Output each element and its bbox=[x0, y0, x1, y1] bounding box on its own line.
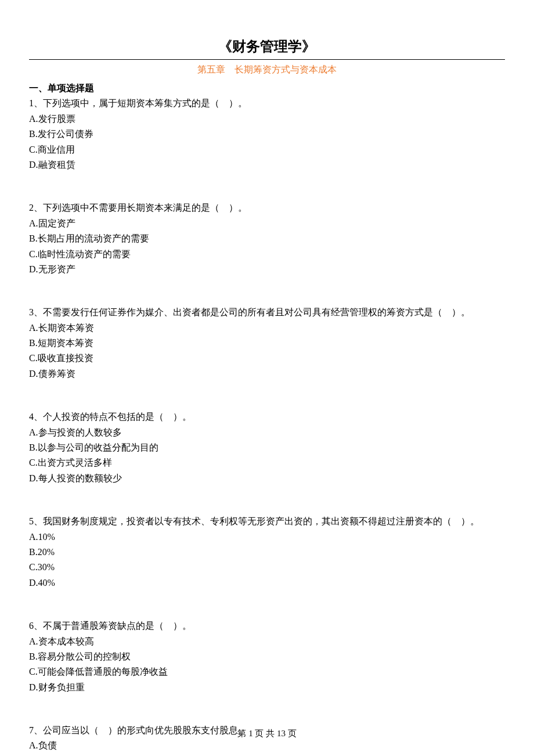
question-block: 4、个人投资的特点不包括的是（ ）。 A.参与投资的人数较多 B.以参与公司的收… bbox=[29, 409, 505, 486]
question-option: C.吸收直接投资 bbox=[29, 351, 505, 366]
question-block: 6、不属于普通股筹资缺点的是（ ）。 A.资本成本较高 B.容易分散公司的控制权… bbox=[29, 618, 505, 695]
question-option: A.长期资本筹资 bbox=[29, 321, 505, 336]
question-stem: 4、个人投资的特点不包括的是（ ）。 bbox=[29, 409, 505, 424]
question-block: 1、下列选项中，属于短期资本筹集方式的是（ ）。 A.发行股票 B.发行公司债券… bbox=[29, 96, 505, 172]
question-option: C.商业信用 bbox=[29, 142, 505, 157]
question-option: B.20% bbox=[29, 545, 505, 560]
question-option: B.发行公司债券 bbox=[29, 127, 505, 142]
question-option: B.以参与公司的收益分配为目的 bbox=[29, 440, 505, 455]
question-option: B.短期资本筹资 bbox=[29, 336, 505, 351]
document-title: 《财务管理学》 bbox=[29, 35, 505, 58]
question-option: A.参与投资的人数较多 bbox=[29, 425, 505, 440]
question-option: A.资本成本较高 bbox=[29, 634, 505, 649]
chapter-subtitle: 第五章 长期筹资方式与资本成本 bbox=[29, 62, 505, 77]
section-heading: 一、单项选择题 bbox=[29, 81, 505, 96]
question-option: D.债券筹资 bbox=[29, 366, 505, 381]
question-option: D.财务负担重 bbox=[29, 680, 505, 695]
question-block: 5、我国财务制度规定，投资者以专有技术、专利权等无形资产出资的，其出资额不得超过… bbox=[29, 514, 505, 591]
title-divider bbox=[29, 59, 505, 60]
question-option: B.容易分散公司的控制权 bbox=[29, 649, 505, 664]
question-option: A.10% bbox=[29, 530, 505, 545]
question-option: C.出资方式灵活多样 bbox=[29, 455, 505, 470]
question-option: C.可能会降低普通股的每股净收益 bbox=[29, 664, 505, 679]
question-stem: 2、下列选项中不需要用长期资本来满足的是（ ）。 bbox=[29, 200, 505, 215]
question-stem: 5、我国财务制度规定，投资者以专有技术、专利权等无形资产出资的，其出资额不得超过… bbox=[29, 514, 505, 529]
page-footer: 第 1 页 共 13 页 bbox=[0, 726, 534, 741]
question-option: D.40% bbox=[29, 575, 505, 591]
question-option: C.30% bbox=[29, 560, 505, 575]
question-block: 2、下列选项中不需要用长期资本来满足的是（ ）。 A.固定资产 B.长期占用的流… bbox=[29, 200, 505, 277]
question-option: A.固定资产 bbox=[29, 216, 505, 231]
question-option: D.融资租赁 bbox=[29, 157, 505, 172]
question-option: C.临时性流动资产的需要 bbox=[29, 247, 505, 262]
question-option: B.长期占用的流动资产的需要 bbox=[29, 231, 505, 246]
question-stem: 6、不属于普通股筹资缺点的是（ ）。 bbox=[29, 618, 505, 633]
question-stem: 3、不需要发行任何证券作为媒介、出资者都是公司的所有者且对公司具有经营管理权的筹… bbox=[29, 305, 505, 320]
question-option: D.无形资产 bbox=[29, 262, 505, 277]
question-option: A.发行股票 bbox=[29, 111, 505, 127]
question-option: D.每人投资的数额较少 bbox=[29, 471, 505, 486]
question-block: 3、不需要发行任何证券作为媒介、出资者都是公司的所有者且对公司具有经营管理权的筹… bbox=[29, 305, 505, 381]
question-stem: 1、下列选项中，属于短期资本筹集方式的是（ ）。 bbox=[29, 96, 505, 111]
